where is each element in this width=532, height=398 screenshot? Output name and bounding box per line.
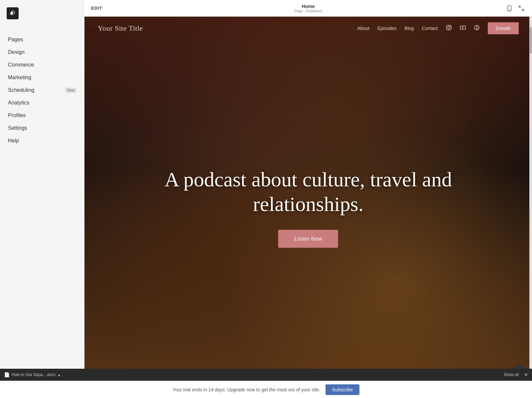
sidebar-item-commerce[interactable]: Commerce bbox=[0, 59, 84, 71]
show-all-button[interactable]: Show all bbox=[504, 372, 519, 377]
preview-frame: Your Site Title About Episodes Blog Cont… bbox=[84, 17, 532, 398]
site-nav-links: About Episodes Blog Contact bbox=[357, 22, 519, 34]
main-area: EDIT Home Page · Published bbox=[84, 0, 532, 398]
sidebar-logo bbox=[0, 0, 84, 27]
preview-inner: Your Site Title About Episodes Blog Cont… bbox=[84, 17, 532, 398]
page-name: Home bbox=[294, 4, 322, 9]
sidebar-navigation: Pages Design Commerce Marketing Scheduli… bbox=[0, 27, 84, 375]
topbar: EDIT Home Page · Published bbox=[84, 0, 532, 17]
sidebar-item-help[interactable]: Help bbox=[0, 134, 84, 147]
sidebar-item-pages[interactable]: Pages bbox=[0, 33, 84, 46]
sidebar-item-marketing[interactable]: Marketing bbox=[0, 71, 84, 84]
taskbar-filename: How to Use Squa....docx bbox=[12, 372, 56, 377]
site-title: Your Site Title bbox=[98, 24, 143, 33]
file-icon: 📄 bbox=[4, 372, 10, 377]
youtube-icon[interactable] bbox=[460, 25, 466, 32]
trial-message: Your trial ends in 14 days. Upgrade now … bbox=[173, 387, 320, 392]
squarespace-logo-icon bbox=[7, 7, 19, 19]
sidebar-item-analytics[interactable]: Analytics bbox=[0, 97, 84, 109]
donate-button[interactable]: Donate bbox=[488, 22, 519, 34]
mobile-device-icon[interactable] bbox=[505, 4, 513, 12]
topbar-center: Home Page · Published bbox=[294, 4, 322, 13]
episodes-link[interactable]: Episodes bbox=[377, 26, 397, 31]
expand-icon[interactable] bbox=[517, 4, 525, 12]
taskbar-right: Show all ✕ bbox=[504, 372, 528, 377]
facebook-icon[interactable] bbox=[474, 25, 480, 32]
topbar-right bbox=[505, 4, 525, 12]
taskbar: 📄 How to Use Squa....docx ▲ Show all ✕ bbox=[0, 369, 532, 381]
sidebar-item-settings[interactable]: Settings bbox=[0, 122, 84, 134]
hero-content: A podcast about culture, travel and rela… bbox=[129, 167, 487, 248]
edit-button[interactable]: EDIT bbox=[91, 6, 102, 11]
topbar-left: EDIT bbox=[91, 6, 102, 11]
listen-now-button[interactable]: Listen Now bbox=[278, 230, 338, 248]
taskbar-chevron-icon: ▲ bbox=[58, 373, 61, 377]
taskbar-file-item[interactable]: 📄 How to Use Squa....docx ▲ bbox=[4, 372, 61, 377]
about-link[interactable]: About bbox=[357, 26, 369, 31]
svg-point-2 bbox=[509, 10, 510, 11]
hero-title: A podcast about culture, travel and rela… bbox=[129, 167, 487, 217]
sidebar-item-profiles[interactable]: Profiles bbox=[0, 109, 84, 122]
sidebar: Pages Design Commerce Marketing Scheduli… bbox=[0, 0, 84, 398]
website-preview: Your Site Title About Episodes Blog Cont… bbox=[84, 17, 532, 398]
instagram-icon[interactable] bbox=[446, 25, 452, 32]
trial-bar: Your trial ends in 14 days. Upgrade now … bbox=[0, 381, 532, 398]
contact-link[interactable]: Contact bbox=[422, 26, 438, 31]
close-taskbar-button[interactable]: ✕ bbox=[524, 372, 528, 377]
subscribe-button[interactable]: Subscribe bbox=[326, 384, 359, 395]
blog-link[interactable]: Blog bbox=[405, 26, 414, 31]
page-status: Page · Published bbox=[294, 9, 322, 13]
sidebar-item-design[interactable]: Design bbox=[0, 46, 84, 59]
preview-scrollbar[interactable] bbox=[529, 17, 532, 398]
site-navigation: Your Site Title About Episodes Blog Cont… bbox=[84, 17, 532, 40]
svg-point-4 bbox=[448, 27, 450, 29]
sidebar-item-scheduling[interactable]: Scheduling New bbox=[0, 84, 84, 97]
scheduling-new-badge: New bbox=[65, 88, 76, 93]
svg-point-5 bbox=[450, 26, 451, 27]
